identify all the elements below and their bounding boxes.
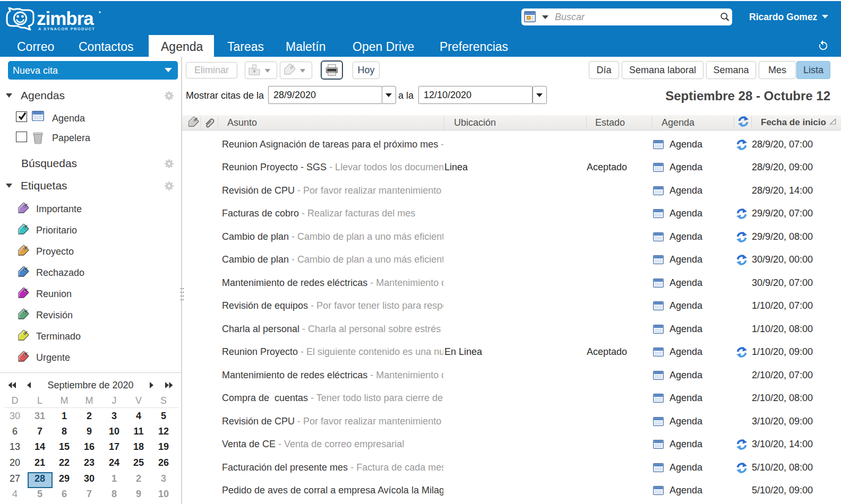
svg-text:A SYNACOR PRODUCT: A SYNACOR PRODUCT — [38, 27, 95, 31]
svg-text:zimbra: zimbra — [37, 8, 94, 29]
